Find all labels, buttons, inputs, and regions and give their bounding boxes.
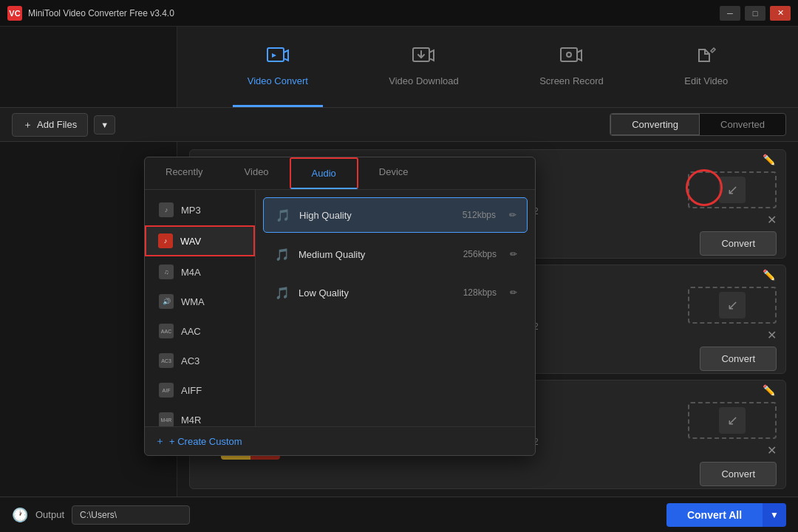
quality-medium-icon: 🎵	[273, 245, 291, 263]
converted-tab-button[interactable]: Converted	[700, 114, 785, 135]
quality-medium-bitrate: 256kbps	[463, 249, 497, 259]
file-actions-3: ✏️ ↙ ✕ Convert	[688, 383, 777, 486]
app-icon: VC	[7, 6, 22, 21]
nav-sidebar-space	[0, 27, 177, 107]
nav-label-video-download: Video Download	[389, 75, 458, 86]
file-actions-2: ✏️ ↙ ✕ Convert	[688, 267, 777, 371]
close-file-2[interactable]: ✕	[767, 328, 777, 342]
app-title: MiniTool Video Converter Free v3.4.0	[28, 8, 714, 18]
format-sidebar: ♪ MP3 ♪ WAV ♫ M4A 🔊 WMA AAC AAC	[145, 190, 256, 426]
aiff-icon: AIF	[159, 383, 174, 398]
nav-tab-edit-video[interactable]: Edit Video	[669, 27, 743, 107]
dropdown-body: ♪ MP3 ♪ WAV ♫ M4A 🔊 WMA AAC AAC	[145, 190, 535, 426]
nav-tab-video-download[interactable]: Video Download	[374, 27, 473, 107]
titlebar: VC MiniTool Video Converter Free v3.4.0 …	[0, 0, 798, 27]
wav-label: WAV	[180, 236, 201, 247]
dropdown-tab-device[interactable]: Device	[358, 157, 429, 189]
file-actions-1: ✏️ ↙ ✕ Convert	[688, 152, 777, 256]
nav-tab-screen-record[interactable]: Screen Record	[525, 27, 618, 107]
quality-low-bitrate: 128kbps	[463, 287, 497, 298]
convert-all-button[interactable]: Convert All	[666, 503, 763, 527]
add-icon: ＋	[23, 118, 33, 132]
format-item-m4r[interactable]: M4R M4R	[145, 406, 255, 426]
target-format-box-3: ↙	[688, 402, 777, 439]
format-item-wav[interactable]: ♪ WAV	[145, 225, 255, 256]
quality-high-label: High Quality	[299, 210, 455, 221]
red-circle-highlight	[686, 169, 723, 206]
close-button[interactable]: ✕	[770, 6, 791, 21]
mp3-icon: ♪	[159, 202, 174, 217]
maximize-button[interactable]: □	[745, 6, 765, 21]
content-area: 📼 Source: relaxing-145038 Target: relaxi…	[0, 142, 798, 497]
nav-tabs: Video Convert Video Download Screen Re	[177, 27, 798, 107]
aiff-label: AIFF	[181, 385, 202, 396]
nav-bar: Video Convert Video Download Screen Re	[0, 27, 798, 108]
create-custom-button[interactable]: ＋ + Create Custom	[155, 434, 242, 448]
target-format-box-1: ↙	[688, 171, 777, 208]
wma-label: WMA	[181, 296, 205, 307]
convert-button-3[interactable]: Convert	[700, 462, 777, 486]
quality-item-medium[interactable]: 🎵 Medium Quality 256kbps ✏	[263, 237, 528, 271]
edit-video-icon	[695, 45, 718, 71]
target-format-select-3[interactable]: ↙	[719, 407, 746, 434]
convert-all-wrap: Convert All ▼	[666, 503, 786, 527]
wav-icon: ♪	[158, 233, 173, 248]
clock-icon: 🕐	[12, 507, 28, 523]
m4a-label: M4A	[181, 267, 201, 278]
format-item-aiff[interactable]: AIF AIFF	[145, 376, 255, 404]
dropdown-tab-video[interactable]: Video	[224, 157, 290, 189]
quality-medium-edit[interactable]: ✏	[510, 249, 517, 259]
format-item-aac[interactable]: AAC AAC	[145, 317, 255, 345]
aac-label: AAC	[181, 326, 201, 337]
dropdown-tab-audio[interactable]: Audio	[290, 157, 358, 189]
quality-high-edit[interactable]: ✏	[509, 210, 516, 220]
svg-point-3	[567, 52, 571, 57]
wma-icon: 🔊	[159, 294, 174, 309]
quality-high-bitrate: 512kbps	[463, 210, 496, 220]
nav-label-edit-video: Edit Video	[684, 75, 728, 86]
target-format-select-1[interactable]: ↙	[719, 177, 746, 203]
video-convert-icon	[266, 45, 290, 71]
quality-item-high[interactable]: 🎵 High Quality 512kbps ✏	[263, 197, 528, 233]
output-path: C:\Users\	[72, 505, 190, 525]
format-item-m4a[interactable]: ♫ M4A	[145, 258, 255, 286]
close-file-3[interactable]: ✕	[767, 443, 777, 457]
target-format-select-2[interactable]: ↙	[719, 292, 746, 318]
format-item-mp3[interactable]: ♪ MP3	[145, 196, 255, 224]
add-files-dropdown-button[interactable]: ▼	[94, 115, 115, 134]
convert-button-2[interactable]: Convert	[700, 347, 777, 371]
quality-low-label: Low Quality	[299, 287, 456, 299]
converting-tab-button[interactable]: Converting	[610, 114, 700, 135]
nav-tab-video-convert[interactable]: Video Convert	[233, 27, 323, 107]
m4r-icon: M4R	[159, 412, 174, 426]
edit-button-3[interactable]: ✏️	[761, 383, 777, 398]
format-item-wma[interactable]: 🔊 WMA	[145, 287, 255, 316]
quality-medium-label: Medium Quality	[299, 249, 456, 260]
svg-rect-2	[561, 48, 577, 61]
convert-all-dropdown-button[interactable]: ▼	[763, 503, 786, 527]
target-format-box-2: ↙	[688, 287, 777, 324]
window-controls: ─ □ ✕	[720, 6, 791, 21]
convert-button-1[interactable]: Convert	[700, 231, 777, 256]
aac-icon: AAC	[159, 324, 174, 338]
mp3-label: MP3	[181, 205, 201, 216]
toolbar: ＋ Add Files ▼ Converting Converted	[0, 108, 798, 142]
quality-low-icon: 🎵	[273, 284, 291, 301]
add-files-button[interactable]: ＋ Add Files	[12, 113, 88, 137]
edit-button-1[interactable]: ✏️	[761, 152, 777, 167]
edit-button-2[interactable]: ✏️	[761, 267, 777, 282]
ac3-label: AC3	[181, 355, 200, 366]
bottombar: 🕐 Output C:\Users\ Convert All ▼	[0, 497, 798, 532]
minimize-button[interactable]: ─	[720, 6, 740, 21]
ac3-icon: AC3	[159, 353, 174, 368]
quality-low-edit[interactable]: ✏	[510, 287, 517, 298]
nav-label-screen-record: Screen Record	[539, 75, 604, 86]
close-file-1[interactable]: ✕	[767, 213, 777, 227]
screen-record-icon	[559, 45, 583, 71]
quality-item-low[interactable]: 🎵 Low Quality 128kbps ✏	[263, 276, 528, 310]
tab-switcher: Converting Converted	[610, 113, 786, 136]
dropdown-tab-recently[interactable]: Recently	[145, 157, 224, 189]
format-item-ac3[interactable]: AC3 AC3	[145, 347, 255, 375]
m4a-icon: ♫	[159, 265, 174, 279]
format-qualities: 🎵 High Quality 512kbps ✏ 🎵 Medium Qualit…	[256, 190, 535, 426]
